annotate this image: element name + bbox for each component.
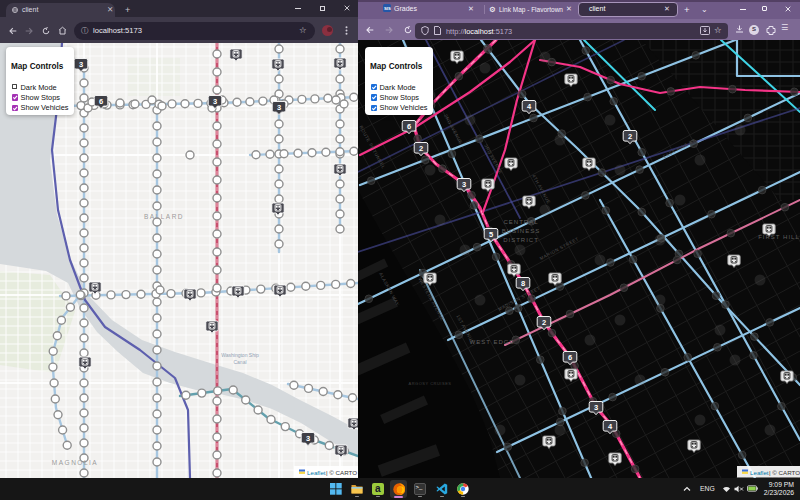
svg-text:6: 6 [568, 353, 572, 362]
svg-text:3: 3 [462, 180, 466, 189]
svg-text:3: 3 [213, 97, 217, 106]
svg-text:6: 6 [407, 122, 411, 131]
svg-text:3: 3 [594, 403, 598, 412]
svg-text:ARGOSY CRUISES: ARGOSY CRUISES [409, 381, 452, 386]
svg-text:CENTRAL: CENTRAL [503, 219, 538, 225]
svg-text:5: 5 [489, 230, 493, 239]
svg-text:Leaflet: Leaflet [750, 469, 769, 476]
svg-text:8: 8 [521, 279, 525, 288]
svg-text:BUSINESS: BUSINESS [502, 228, 540, 234]
svg-text:3: 3 [79, 60, 83, 69]
svg-text:Washington Ship: Washington Ship [221, 352, 259, 358]
svg-text:DISTRICT: DISTRICT [503, 237, 539, 243]
svg-text:WEST EDGE: WEST EDGE [470, 339, 515, 345]
svg-text:3: 3 [277, 103, 281, 112]
svg-text:6: 6 [99, 97, 103, 106]
svg-text:| © CARTO: | © CARTO [769, 469, 800, 476]
svg-text:BALLARD: BALLARD [144, 213, 184, 220]
svg-text:Leaflet: Leaflet [307, 469, 326, 476]
svg-text:2: 2 [542, 318, 546, 327]
svg-text:2: 2 [419, 144, 423, 153]
svg-text:MAGNOLIA: MAGNOLIA [52, 459, 98, 466]
svg-text:Canal: Canal [233, 359, 246, 365]
svg-text:FIRST HILL: FIRST HILL [758, 234, 800, 240]
svg-text:2: 2 [628, 132, 632, 141]
svg-text:3: 3 [306, 434, 310, 443]
svg-text:| © CARTO: | © CARTO [326, 469, 357, 476]
